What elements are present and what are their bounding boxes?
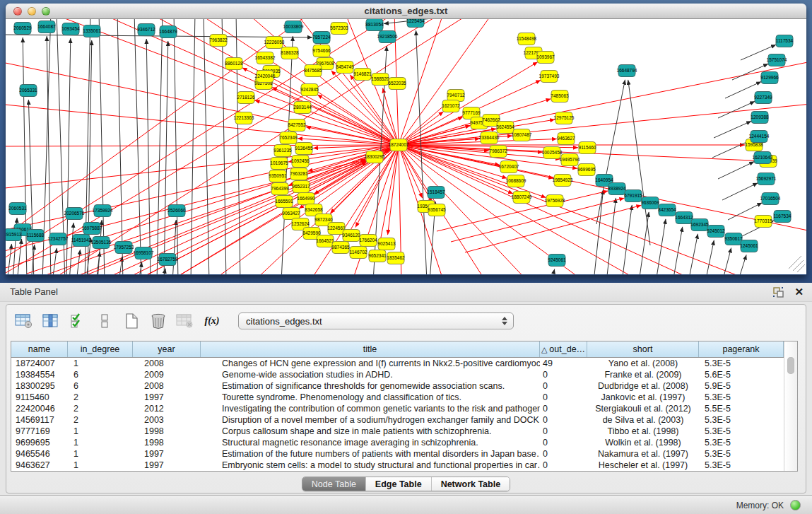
zoom-window-button[interactable] <box>42 7 50 16</box>
table-cell[interactable]: 9463627 <box>11 460 68 471</box>
table-row[interactable]: 1456911722003Disruption of a novel membe… <box>11 414 784 426</box>
citation-network-graph[interactable]: 1872400779638228860128891293598275081222… <box>6 19 806 274</box>
close-panel-icon[interactable]: ✕ <box>794 286 804 298</box>
table-cell[interactable]: Embryonic stem cells: a model to study s… <box>201 460 540 471</box>
table-cell[interactable]: Disruption of a novel member of a sodium… <box>201 414 540 426</box>
table-settings-button[interactable] <box>13 311 35 331</box>
table-cell[interactable]: Jankovic et al. (1997) <box>587 392 699 403</box>
select-rows-button[interactable] <box>67 311 88 331</box>
table-cell[interactable]: 5.3E-5 <box>699 358 784 369</box>
table-row[interactable]: 1938455462009Genome-wide association stu… <box>11 369 784 380</box>
table-cell[interactable]: 18300295 <box>11 380 68 392</box>
table-row[interactable]: 946362711997Embryonic stem cells: a mode… <box>11 460 784 471</box>
table-cell[interactable]: 5.5E-5 <box>699 403 784 414</box>
table-cell[interactable]: 6 <box>68 380 133 392</box>
table-cell[interactable]: 19384554 <box>11 369 68 380</box>
table-cell[interactable]: 18724007 <box>11 358 68 369</box>
column-header-in_degree[interactable]: in_degree <box>68 341 133 357</box>
delete-rows-button[interactable] <box>148 311 169 331</box>
table-cell[interactable]: 0 <box>540 414 587 426</box>
table-cell[interactable]: 9115460 <box>11 392 68 403</box>
table-cell[interactable]: 6 <box>68 369 133 380</box>
table-row[interactable]: 1872400712008Changes of HCN gene express… <box>11 358 784 369</box>
table-cell[interactable]: Franke et al. (2009) <box>587 369 699 380</box>
table-cell[interactable]: 9465546 <box>11 448 68 460</box>
table-cell[interactable]: Tourette syndrome. Phenomenology and cla… <box>201 392 540 403</box>
table-cell[interactable]: 1998 <box>133 437 201 448</box>
table-cell[interactable]: 5.3E-5 <box>699 437 784 448</box>
function-builder-button[interactable]: f(x) <box>201 311 223 331</box>
table-cell[interactable]: Hescheler et al. (1997) <box>587 460 699 471</box>
table-cell[interactable]: Tibbo et al. (1998) <box>587 426 699 437</box>
close-window-button[interactable] <box>13 7 22 16</box>
table-cell[interactable]: 5.3E-5 <box>699 426 784 437</box>
table-cell[interactable]: 1 <box>68 460 133 471</box>
table-cell[interactable]: Nakamura et al. (1997) <box>587 448 699 460</box>
tab-edge-table[interactable]: Edge Table <box>365 477 431 491</box>
table-cell[interactable]: 0 <box>540 426 587 437</box>
create-table-button[interactable] <box>121 311 142 331</box>
table-cell[interactable]: 0 <box>540 369 587 380</box>
table-cell[interactable]: 2 <box>68 414 133 426</box>
table-cell[interactable]: Corpus callosum shape and size in male p… <box>201 426 540 437</box>
table-cell[interactable]: 2012 <box>133 403 201 414</box>
column-header-short[interactable]: short <box>587 341 699 357</box>
table-selector[interactable]: citations_edges.txt <box>238 313 514 329</box>
scrollbar-thumb[interactable] <box>787 357 794 374</box>
table-row[interactable]: 1830029562008Estimation of significance … <box>11 380 784 392</box>
column-header-out_de[interactable]: △out_de… <box>540 341 587 357</box>
table-cell[interactable]: 2 <box>68 392 133 403</box>
table-cell[interactable]: Genome-wide association studies in ADHD. <box>201 369 540 380</box>
row-height-button[interactable] <box>94 311 115 331</box>
table-cell[interactable]: 5.3E-5 <box>699 460 784 471</box>
tab-network-table[interactable]: Network Table <box>431 477 510 491</box>
table-row[interactable]: 977716911998Corpus callosum shape and si… <box>11 426 784 437</box>
table-cell[interactable]: 5.3E-5 <box>699 392 784 403</box>
table-cell[interactable]: 9777169 <box>11 426 68 437</box>
table-cell[interactable]: 1 <box>68 448 133 460</box>
table-cell[interactable]: 1998 <box>133 426 201 437</box>
table-cell[interactable]: 5.9E-5 <box>699 380 784 392</box>
resize-grip[interactable] <box>789 256 805 272</box>
table-cell[interactable]: Dudbridge et al. (2008) <box>587 380 699 392</box>
table-cell[interactable]: 0 <box>540 380 587 392</box>
float-panel-icon[interactable] <box>772 286 784 298</box>
table-cell[interactable]: Wolkin et al. (1998) <box>587 437 699 448</box>
delete-table-button[interactable] <box>175 311 196 331</box>
table-cell[interactable]: 1997 <box>133 392 201 403</box>
table-cell[interactable]: Changes of HCN gene expression and I(f) … <box>201 358 540 369</box>
table-cell[interactable]: 5.3E-5 <box>699 448 784 460</box>
table-cell[interactable]: 1997 <box>133 448 201 460</box>
table-cell[interactable]: 1997 <box>133 460 201 471</box>
table-cell[interactable]: 0 <box>540 437 587 448</box>
window-titlebar[interactable]: citations_edges.txt <box>6 4 806 19</box>
tab-node-table[interactable]: Node Table <box>302 477 365 491</box>
table-cell[interactable]: 1 <box>68 437 133 448</box>
table-cell[interactable]: 2009 <box>133 369 201 380</box>
table-row[interactable]: 969969511998Structural magnetic resonanc… <box>11 437 784 448</box>
table-cell[interactable]: Stergiakouli et al. (2012) <box>587 403 699 414</box>
table-cell[interactable]: 2008 <box>133 358 201 369</box>
table-cell[interactable]: 9699695 <box>11 437 68 448</box>
table-cell[interactable]: Estimation of significance thresholds fo… <box>201 380 540 392</box>
column-header-pagerank[interactable]: pagerank <box>699 341 784 357</box>
minimize-window-button[interactable] <box>28 7 36 16</box>
column-header-name[interactable]: name <box>11 341 68 357</box>
network-canvas[interactable]: 1872400779638228860128891293598275081222… <box>6 19 806 274</box>
table-cell[interactable]: Yano et al. (2008) <box>587 358 699 369</box>
column-header-title[interactable]: title <box>201 341 540 357</box>
table-cell[interactable]: 5.6E-5 <box>699 369 784 380</box>
memory-status-indicator[interactable] <box>790 500 801 510</box>
table-cell[interactable]: 49 <box>540 358 587 369</box>
table-cell[interactable]: 22420046 <box>11 403 68 414</box>
table-cell[interactable]: 0 <box>540 392 587 403</box>
table-cell[interactable]: 0 <box>540 448 587 460</box>
table-row[interactable]: 946554611997Estimation of the future num… <box>11 448 784 460</box>
table-cell[interactable]: 0 <box>540 403 587 414</box>
table-row[interactable]: 2242004622012Investigating the contribut… <box>11 403 784 414</box>
table-row[interactable]: 911546021997Tourette syndrome. Phenomeno… <box>11 392 784 403</box>
show-columns-button[interactable] <box>40 311 61 331</box>
table-cell[interactable]: 2008 <box>133 380 201 392</box>
table-scrollbar[interactable] <box>784 341 797 471</box>
table-cell[interactable]: Estimation of the future numbers of pati… <box>201 448 540 460</box>
